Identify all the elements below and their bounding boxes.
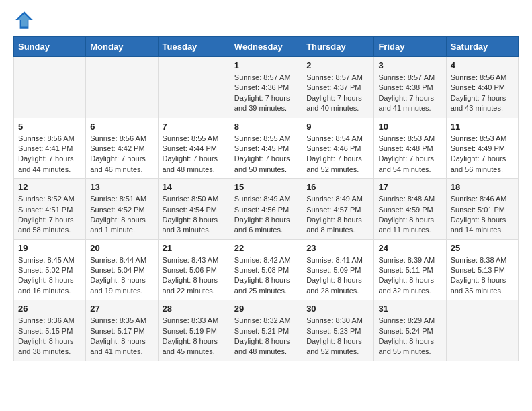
day-number: 17 (378, 182, 441, 192)
day-info: Sunrise: 8:48 AMSunset: 4:59 PMDaylight:… (378, 194, 441, 236)
day-of-week-header: Sunday (14, 37, 86, 57)
calendar-day-cell: 19Sunrise: 8:45 AMSunset: 5:02 PMDayligh… (14, 239, 86, 300)
day-info: Sunrise: 8:39 AMSunset: 5:11 PMDaylight:… (378, 255, 441, 297)
day-info: Sunrise: 8:56 AMSunset: 4:40 PMDaylight:… (451, 73, 514, 114)
calendar-day-cell: 9Sunrise: 8:54 AMSunset: 4:46 PMDaylight… (302, 118, 374, 179)
calendar-day-cell (86, 57, 158, 118)
calendar-day-cell: 29Sunrise: 8:32 AMSunset: 5:21 PMDayligh… (230, 300, 302, 361)
calendar-day-cell: 13Sunrise: 8:51 AMSunset: 4:52 PMDayligh… (86, 179, 158, 240)
day-of-week-header: Thursday (302, 37, 374, 57)
calendar-day-cell: 4Sunrise: 8:56 AMSunset: 4:40 PMDaylight… (446, 57, 518, 118)
day-number: 5 (18, 122, 81, 132)
day-number: 22 (234, 243, 298, 253)
calendar-table: SundayMondayTuesdayWednesdayThursdayFrid… (13, 36, 519, 361)
calendar-week-row: 1Sunrise: 8:57 AMSunset: 4:36 PMDaylight… (14, 57, 519, 118)
calendar-header-row: SundayMondayTuesdayWednesdayThursdayFrid… (14, 37, 519, 57)
calendar-day-cell: 1Sunrise: 8:57 AMSunset: 4:36 PMDaylight… (230, 57, 302, 118)
calendar-day-cell: 6Sunrise: 8:56 AMSunset: 4:42 PMDaylight… (86, 118, 158, 179)
calendar-week-row: 5Sunrise: 8:56 AMSunset: 4:41 PMDaylight… (14, 118, 519, 179)
day-info: Sunrise: 8:30 AMSunset: 5:23 PMDaylight:… (306, 316, 369, 357)
calendar-day-cell: 25Sunrise: 8:38 AMSunset: 5:13 PMDayligh… (446, 239, 518, 300)
day-info: Sunrise: 8:54 AMSunset: 4:46 PMDaylight:… (306, 134, 369, 175)
calendar-day-cell: 22Sunrise: 8:42 AMSunset: 5:08 PMDayligh… (230, 239, 302, 300)
day-number: 26 (18, 304, 81, 314)
calendar-week-row: 26Sunrise: 8:36 AMSunset: 5:15 PMDayligh… (14, 300, 519, 361)
calendar-week-row: 12Sunrise: 8:52 AMSunset: 4:51 PMDayligh… (14, 179, 519, 240)
day-info: Sunrise: 8:33 AMSunset: 5:19 PMDaylight:… (163, 316, 226, 357)
day-info: Sunrise: 8:35 AMSunset: 5:17 PMDaylight:… (90, 316, 153, 357)
day-number: 31 (378, 304, 441, 314)
day-number: 3 (378, 60, 441, 71)
day-info: Sunrise: 8:56 AMSunset: 4:41 PMDaylight:… (18, 134, 81, 175)
day-info: Sunrise: 8:32 AMSunset: 5:21 PMDaylight:… (234, 316, 298, 357)
day-number: 7 (163, 122, 226, 132)
day-info: Sunrise: 8:55 AMSunset: 4:45 PMDaylight:… (234, 134, 298, 175)
calendar-day-cell: 23Sunrise: 8:41 AMSunset: 5:09 PMDayligh… (302, 239, 374, 300)
day-of-week-header: Friday (374, 37, 446, 57)
calendar-day-cell: 18Sunrise: 8:46 AMSunset: 5:01 PMDayligh… (446, 179, 518, 240)
day-number: 30 (306, 304, 369, 314)
logo (13, 9, 38, 31)
day-number: 11 (451, 122, 514, 132)
calendar-day-cell (446, 300, 518, 361)
day-of-week-header: Saturday (446, 37, 518, 57)
calendar-day-cell: 14Sunrise: 8:50 AMSunset: 4:54 PMDayligh… (158, 179, 230, 240)
calendar-day-cell: 3Sunrise: 8:57 AMSunset: 4:38 PMDaylight… (374, 57, 446, 118)
day-number: 12 (18, 182, 81, 192)
day-number: 20 (90, 243, 153, 253)
day-of-week-header: Wednesday (230, 37, 302, 57)
calendar-day-cell: 21Sunrise: 8:43 AMSunset: 5:06 PMDayligh… (158, 239, 230, 300)
calendar-day-cell: 8Sunrise: 8:55 AMSunset: 4:45 PMDaylight… (230, 118, 302, 179)
day-number: 4 (451, 60, 514, 71)
day-info: Sunrise: 8:45 AMSunset: 5:02 PMDaylight:… (18, 255, 81, 297)
calendar-day-cell: 24Sunrise: 8:39 AMSunset: 5:11 PMDayligh… (374, 239, 446, 300)
day-info: Sunrise: 8:56 AMSunset: 4:42 PMDaylight:… (90, 134, 153, 175)
calendar-day-cell: 27Sunrise: 8:35 AMSunset: 5:17 PMDayligh… (86, 300, 158, 361)
day-info: Sunrise: 8:41 AMSunset: 5:09 PMDaylight:… (306, 255, 369, 297)
day-number: 25 (451, 243, 514, 253)
day-info: Sunrise: 8:51 AMSunset: 4:52 PMDaylight:… (90, 194, 153, 236)
day-number: 27 (90, 304, 153, 314)
day-of-week-header: Tuesday (158, 37, 230, 57)
day-number: 24 (378, 243, 441, 253)
calendar-day-cell: 31Sunrise: 8:29 AMSunset: 5:24 PMDayligh… (374, 300, 446, 361)
day-info: Sunrise: 8:55 AMSunset: 4:44 PMDaylight:… (163, 134, 226, 175)
svg-marker-1 (17, 13, 30, 26)
calendar-day-cell: 10Sunrise: 8:53 AMSunset: 4:48 PMDayligh… (374, 118, 446, 179)
day-info: Sunrise: 8:52 AMSunset: 4:51 PMDaylight:… (18, 194, 81, 236)
calendar-day-cell: 20Sunrise: 8:44 AMSunset: 5:04 PMDayligh… (86, 239, 158, 300)
day-info: Sunrise: 8:57 AMSunset: 4:36 PMDaylight:… (234, 73, 298, 114)
day-number: 1 (234, 60, 298, 71)
day-number: 19 (18, 243, 81, 253)
day-info: Sunrise: 8:53 AMSunset: 4:49 PMDaylight:… (451, 134, 514, 175)
day-info: Sunrise: 8:46 AMSunset: 5:01 PMDaylight:… (451, 194, 514, 236)
calendar-day-cell: 11Sunrise: 8:53 AMSunset: 4:49 PMDayligh… (446, 118, 518, 179)
calendar-day-cell: 5Sunrise: 8:56 AMSunset: 4:41 PMDaylight… (14, 118, 86, 179)
calendar-week-row: 19Sunrise: 8:45 AMSunset: 5:02 PMDayligh… (14, 239, 519, 300)
day-info: Sunrise: 8:42 AMSunset: 5:08 PMDaylight:… (234, 255, 298, 297)
day-info: Sunrise: 8:49 AMSunset: 4:57 PMDaylight:… (306, 194, 369, 236)
calendar-day-cell: 2Sunrise: 8:57 AMSunset: 4:37 PMDaylight… (302, 57, 374, 118)
day-number: 28 (163, 304, 226, 314)
day-number: 23 (306, 243, 369, 253)
day-info: Sunrise: 8:38 AMSunset: 5:13 PMDaylight:… (451, 255, 514, 297)
header (0, 0, 532, 36)
calendar-day-cell: 17Sunrise: 8:48 AMSunset: 4:59 PMDayligh… (374, 179, 446, 240)
day-number: 18 (451, 182, 514, 192)
calendar-day-cell: 26Sunrise: 8:36 AMSunset: 5:15 PMDayligh… (14, 300, 86, 361)
calendar-day-cell: 30Sunrise: 8:30 AMSunset: 5:23 PMDayligh… (302, 300, 374, 361)
day-info: Sunrise: 8:49 AMSunset: 4:56 PMDaylight:… (234, 194, 298, 236)
calendar-day-cell: 28Sunrise: 8:33 AMSunset: 5:19 PMDayligh… (158, 300, 230, 361)
calendar-day-cell: 16Sunrise: 8:49 AMSunset: 4:57 PMDayligh… (302, 179, 374, 240)
day-number: 21 (163, 243, 226, 253)
calendar-wrapper: SundayMondayTuesdayWednesdayThursdayFrid… (0, 36, 532, 368)
day-info: Sunrise: 8:43 AMSunset: 5:06 PMDaylight:… (163, 255, 226, 297)
day-number: 13 (90, 182, 153, 192)
day-info: Sunrise: 8:50 AMSunset: 4:54 PMDaylight:… (163, 194, 226, 236)
day-number: 8 (234, 122, 298, 132)
calendar-day-cell (158, 57, 230, 118)
day-info: Sunrise: 8:57 AMSunset: 4:37 PMDaylight:… (306, 73, 369, 114)
day-info: Sunrise: 8:44 AMSunset: 5:04 PMDaylight:… (90, 255, 153, 297)
day-number: 10 (378, 122, 441, 132)
calendar-day-cell: 15Sunrise: 8:49 AMSunset: 4:56 PMDayligh… (230, 179, 302, 240)
